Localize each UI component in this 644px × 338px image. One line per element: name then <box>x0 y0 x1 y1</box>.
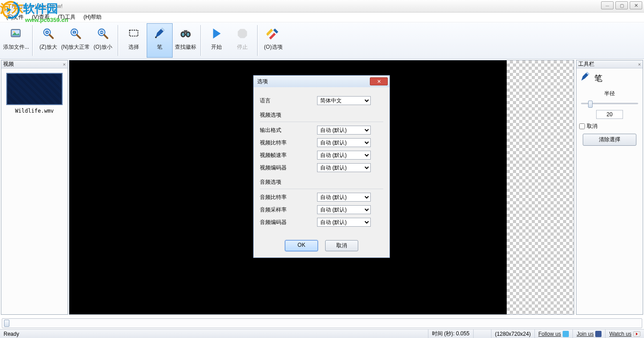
svg-line-4 <box>50 35 53 38</box>
video-encoder-label: 视频编码器 <box>260 164 317 172</box>
zoom-in-button[interactable]: + (Z)放大 <box>35 23 61 58</box>
menu-tools[interactable]: (T)工具 <box>55 13 78 22</box>
svg-rect-15 <box>130 30 138 36</box>
dialog-close-button[interactable]: ✕ <box>370 77 388 85</box>
tool-panel-title: 工具栏 <box>578 60 594 68</box>
maximize-button[interactable] <box>615 1 628 9</box>
toolbar: 添加文件... + (Z)放大 1 (N)放大正常 (O)放小 选择 笔 查找徽… <box>0 22 644 59</box>
add-files-button[interactable]: 添加文件... <box>2 23 30 58</box>
start-button[interactable]: 开始 <box>203 23 229 58</box>
select-icon <box>127 26 141 41</box>
video-framerate-label: 视频帧速率 <box>260 152 317 159</box>
play-icon <box>209 26 224 41</box>
video-bitrate-label: 视频比特率 <box>260 139 317 147</box>
minimize-button[interactable] <box>601 1 614 9</box>
audio-samplerate-select[interactable]: 自动 (默认) <box>317 205 371 214</box>
audio-encoder-select[interactable]: 自动 (默认) <box>317 218 371 227</box>
status-resolution: (1280x720x24) <box>491 330 535 338</box>
select-tool-button[interactable]: 选择 <box>121 23 147 58</box>
tool-panel-close[interactable]: × <box>638 62 641 67</box>
status-bar: Ready 时间 (秒): 0.055 (1280x720x24) Follow… <box>0 329 644 338</box>
svg-rect-14 <box>100 32 103 33</box>
status-ready: Ready <box>0 330 23 338</box>
output-format-label: 输出格式 <box>260 127 317 134</box>
svg-point-20 <box>187 33 190 36</box>
tool-panel: 工具栏 × 笔 半径 取消 清除選擇 <box>576 60 643 315</box>
audio-bitrate-select[interactable]: 自动 (默认) <box>317 193 371 202</box>
zoom-out-button[interactable]: (O)放小 <box>90 23 116 58</box>
svg-point-19 <box>182 33 185 36</box>
pen-icon <box>579 71 591 85</box>
pen-label: 笔 <box>594 73 602 84</box>
transparency-checker <box>507 60 574 314</box>
facebook-icon[interactable] <box>595 331 602 337</box>
join-us-link[interactable]: Join us <box>576 331 593 337</box>
video-panel-title: 视频 <box>3 60 14 68</box>
menu-bar: (F)文件 (V)查看 (T)工具 (H)帮助 <box>0 13 644 22</box>
zoom-out-icon <box>96 26 110 41</box>
clear-selection-button[interactable]: 清除選擇 <box>583 134 636 146</box>
video-panel: 视频 × Wildlife.wmv <box>1 60 68 315</box>
zoom-normal-icon: 1 <box>68 26 83 41</box>
follow-us-link[interactable]: Follow us <box>538 331 561 337</box>
video-thumbnail[interactable] <box>6 73 63 105</box>
audio-bitrate-label: 音频比特率 <box>260 194 317 201</box>
audio-section-header: 音频选项 <box>260 178 383 186</box>
dialog-cancel-button[interactable]: 取消 <box>325 240 358 251</box>
options-button[interactable]: (O)选项 <box>260 23 286 58</box>
tools-icon <box>266 26 280 41</box>
cancel-checkbox-row[interactable]: 取消 <box>579 123 640 130</box>
video-encoder-select[interactable]: 自动 (默认) <box>317 163 371 172</box>
video-filename: Wildlife.wmv <box>4 108 65 114</box>
menu-view[interactable]: (V)查看 <box>29 13 52 22</box>
svg-text:+: + <box>46 30 48 34</box>
audio-samplerate-label: 音频采样率 <box>260 206 317 214</box>
radius-input[interactable] <box>596 110 623 119</box>
stop-icon <box>235 26 250 41</box>
svg-point-16 <box>155 37 157 38</box>
menu-file[interactable]: (F)文件 <box>4 13 26 22</box>
svg-line-8 <box>77 35 80 38</box>
cancel-checkbox[interactable] <box>579 123 585 129</box>
video-bitrate-select[interactable]: 自动 (默认) <box>317 138 371 147</box>
youtube-icon[interactable] <box>633 331 640 337</box>
radius-slider[interactable] <box>580 99 639 107</box>
dialog-title: 选项 <box>257 78 268 85</box>
title-bar: Remove Logo Now! <box>0 0 644 13</box>
watch-us-link[interactable]: Watch us <box>609 331 631 337</box>
pen-icon <box>153 26 167 41</box>
svg-text:1: 1 <box>73 31 75 34</box>
svg-line-12 <box>104 35 108 38</box>
audio-encoder-label: 音频编码器 <box>260 219 317 226</box>
video-panel-close[interactable]: × <box>63 62 66 67</box>
find-logo-button[interactable]: 查找徽标 <box>173 23 199 58</box>
svg-point-2 <box>13 31 15 33</box>
zoom-in-icon: + <box>41 26 55 41</box>
output-format-select[interactable]: 自动 (默认) <box>317 126 371 135</box>
status-time: 时间 (秒): 0.055 <box>428 330 474 338</box>
options-dialog: 选项 ✕ 语言 简体中文 视频选项 输出格式自动 (默认) 视频比特率自动 (默… <box>253 75 390 258</box>
menu-help[interactable]: (H)帮助 <box>81 13 105 22</box>
zoom-normal-button[interactable]: 1 (N)放大正常 <box>61 23 90 58</box>
pen-tool-button[interactable]: 笔 <box>147 23 173 58</box>
window-title: Remove Logo Now! <box>12 3 63 9</box>
binoculars-icon <box>178 26 193 41</box>
twitter-icon[interactable] <box>563 331 569 337</box>
stop-button: 停止 <box>229 23 255 58</box>
video-section-header: 视频选项 <box>260 111 383 119</box>
add-files-icon <box>9 26 23 41</box>
timeline-slider[interactable] <box>2 318 642 328</box>
language-label: 语言 <box>260 97 317 105</box>
language-select[interactable]: 简体中文 <box>317 96 371 105</box>
dialog-ok-button[interactable]: OK <box>285 240 318 251</box>
svg-rect-21 <box>184 30 187 33</box>
video-framerate-select[interactable]: 自动 (默认) <box>317 151 371 160</box>
close-button[interactable] <box>630 1 642 9</box>
radius-label: 半径 <box>579 90 640 97</box>
